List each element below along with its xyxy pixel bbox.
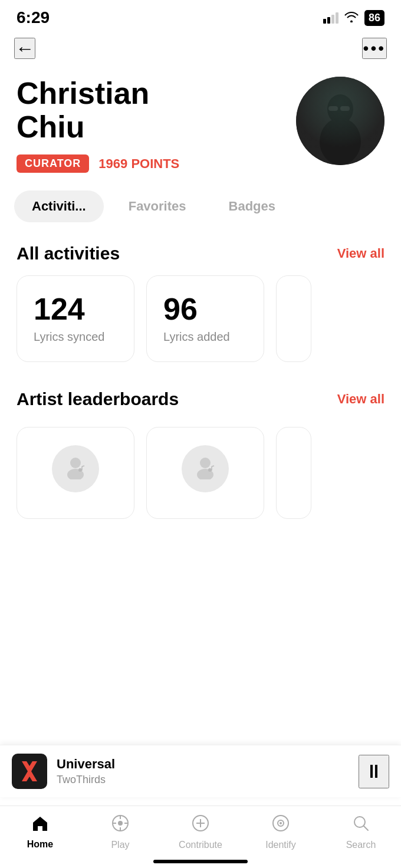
now-playing-info: Universal TwoThirds [57, 757, 349, 786]
leaderboards-title: Artist leaderboards [17, 389, 179, 409]
nav-home[interactable]: Home [0, 815, 80, 850]
lyrics-synced-number: 124 [34, 294, 117, 324]
activities-view-all[interactable]: View all [337, 246, 384, 261]
leaderboard-cards [0, 421, 401, 531]
leaderboard-avatar-icon-2 [192, 453, 218, 485]
nav-play-label: Play [111, 840, 129, 850]
tabs-row: Activiti... Favorites Badges [0, 185, 401, 234]
svg-point-11 [200, 458, 211, 468]
activities-header: All activities View all [0, 234, 401, 275]
wifi-icon [344, 11, 359, 25]
leaderboard-card-1 [17, 427, 134, 519]
play-icon [111, 814, 129, 836]
nav-search[interactable]: Search [321, 814, 401, 850]
lyrics-added-number: 96 [163, 294, 247, 324]
nav-contribute[interactable]: Contribute [160, 814, 241, 850]
bottom-nav: Home Play Contribute [0, 805, 401, 868]
nav-search-label: Search [346, 840, 376, 850]
nav-play[interactable]: Play [80, 814, 160, 850]
home-icon [31, 815, 49, 836]
leaderboard-card-partial [276, 427, 311, 519]
nav-identify-label: Identify [265, 840, 296, 850]
activities-title: All activities [17, 244, 120, 264]
activity-card-lyrics-added: 96 Lyrics added [146, 275, 264, 362]
now-playing-artist: TwoThirds [57, 774, 349, 786]
activity-card-partial [276, 275, 311, 362]
pause-button[interactable]: ⏸ [359, 755, 389, 788]
lyrics-added-label: Lyrics added [163, 330, 247, 344]
svg-point-6 [70, 458, 81, 468]
svg-line-10 [82, 466, 84, 466]
now-playing-art [12, 754, 47, 789]
now-playing-title: Universal [57, 757, 349, 772]
svg-line-31 [364, 826, 368, 830]
svg-point-8 [78, 468, 82, 472]
svg-line-15 [212, 466, 214, 466]
svg-point-19 [118, 821, 123, 826]
nav-contribute-label: Contribute [179, 840, 222, 850]
search-icon [352, 814, 370, 836]
lyrics-synced-label: Lyrics synced [34, 330, 117, 344]
leaderboard-avatar-icon-1 [63, 453, 88, 485]
signal-icon [323, 12, 338, 24]
points-text: 1969 POINTS [98, 156, 179, 172]
battery-icon: 86 [364, 10, 384, 26]
profile-section: Christian Chiu CURATOR 1969 POINTS [0, 65, 401, 185]
status-icons: 86 [323, 10, 384, 26]
activity-cards: 124 Lyrics synced 96 Lyrics added [0, 275, 401, 380]
leaderboards-header: Artist leaderboards View all [0, 380, 401, 421]
home-indicator [153, 860, 248, 863]
leaderboard-avatar-1 [52, 445, 99, 492]
nav-identify[interactable]: Identify [241, 814, 321, 850]
status-time: 6:29 [17, 8, 50, 27]
contribute-icon [192, 814, 209, 836]
identify-icon [272, 814, 290, 836]
tab-favorites[interactable]: Favorites [111, 190, 204, 222]
leaderboard-card-2 [146, 427, 264, 519]
svg-point-5 [296, 77, 384, 165]
back-button[interactable]: ← [14, 38, 35, 59]
avatar [296, 77, 384, 165]
now-playing-bar: Universal TwoThirds ⏸ [0, 745, 401, 797]
svg-point-29 [280, 822, 282, 824]
profile-name: Christian Chiu [17, 77, 179, 144]
curator-badge: CURATOR [17, 154, 89, 173]
tab-badges[interactable]: Badges [211, 190, 293, 222]
svg-point-13 [208, 468, 212, 472]
activity-card-lyrics-synced: 124 Lyrics synced [17, 275, 134, 362]
status-bar: 6:29 86 [0, 0, 401, 32]
leaderboards-view-all[interactable]: View all [337, 392, 384, 407]
leaderboard-avatar-2 [182, 445, 229, 492]
profile-info: Christian Chiu CURATOR 1969 POINTS [17, 77, 179, 173]
nav-home-label: Home [27, 839, 53, 850]
tab-activities[interactable]: Activiti... [14, 190, 104, 222]
profile-meta: CURATOR 1969 POINTS [17, 154, 179, 173]
more-button[interactable]: ••• [362, 38, 387, 59]
header-nav: ← ••• [0, 32, 401, 65]
